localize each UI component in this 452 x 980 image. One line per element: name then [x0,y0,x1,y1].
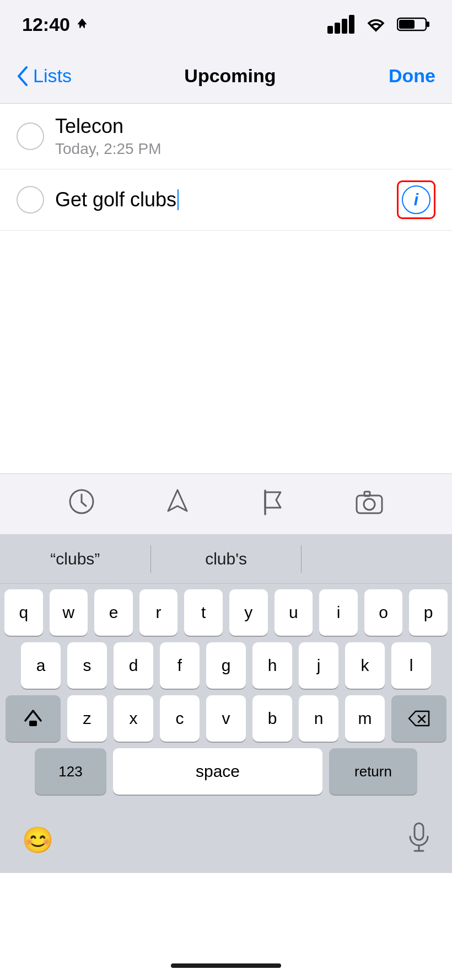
bottom-bar: 😊 [0,807,452,873]
key-y[interactable]: y [229,589,268,636]
home-indicator-container [171,963,281,968]
autocomplete-bar: “clubs” club's [0,534,452,584]
key-h[interactable]: h [252,642,292,689]
info-icon: i [402,185,431,214]
flag-toolbar-button[interactable] [260,488,285,521]
key-v[interactable]: v [206,695,246,742]
key-e[interactable]: e [94,589,133,636]
todo-title: Telecon [55,115,435,138]
autocomplete-option-3[interactable] [302,534,452,583]
key-i[interactable]: i [319,589,358,636]
key-a[interactable]: a [21,642,61,689]
svg-rect-17 [415,823,423,840]
active-todo-input[interactable]: Get golf clubs [55,188,397,211]
clock-toolbar-button[interactable] [68,488,95,521]
svg-rect-2 [342,19,347,34]
keyboard: q w e r t y u i o p a s d f g h j k l z … [0,584,452,807]
key-return[interactable]: return [329,748,417,795]
camera-toolbar-button[interactable] [354,488,384,521]
content-area: Telecon Today, 2:25 PM Get golf clubs i [0,104,452,473]
key-f[interactable]: f [160,642,200,689]
svg-rect-14 [29,721,37,726]
key-x[interactable]: x [114,695,153,742]
status-bar: 12:40 [0,0,452,49]
svg-rect-1 [335,23,340,34]
svg-rect-0 [327,26,333,34]
back-label: Lists [33,65,72,87]
home-indicator [171,963,281,968]
key-g[interactable]: g [206,642,246,689]
key-l[interactable]: l [391,642,431,689]
done-button[interactable]: Done [389,65,435,87]
list-item: Telecon Today, 2:25 PM [0,104,452,169]
svg-rect-6 [399,20,415,29]
todo-checkbox[interactable] [17,122,44,150]
empty-content-area [0,231,452,473]
page-title: Upcoming [184,65,276,87]
wifi-icon [364,15,388,34]
key-s[interactable]: s [67,642,107,689]
key-123[interactable]: 123 [35,748,106,795]
key-z[interactable]: z [67,695,107,742]
nav-bar: Lists Upcoming Done [0,49,452,104]
svg-point-12 [364,499,375,510]
key-t[interactable]: t [184,589,223,636]
keyboard-row-2: a s d f g h j k l [4,642,448,689]
key-q[interactable]: q [4,589,43,636]
emoji-button[interactable]: 😊 [22,825,53,855]
key-u[interactable]: u [275,589,313,636]
active-todo-checkbox[interactable] [17,186,44,214]
info-button[interactable]: i [397,180,435,219]
key-space[interactable]: space [113,748,322,795]
active-todo-text: Get golf clubs [55,188,176,211]
key-w[interactable]: w [50,589,88,636]
svg-rect-5 [427,22,429,27]
text-cursor [177,189,179,210]
battery-icon [397,16,430,33]
keyboard-toolbar [0,473,452,534]
key-o[interactable]: o [364,589,403,636]
key-r[interactable]: r [139,589,178,636]
key-m[interactable]: m [345,695,385,742]
key-delete[interactable] [391,695,446,742]
chevron-left-icon [17,66,29,86]
key-b[interactable]: b [252,695,292,742]
back-button[interactable]: Lists [17,65,72,87]
todo-subtitle: Today, 2:25 PM [55,140,435,158]
status-time: 12:40 [22,14,89,35]
status-icons [327,15,430,34]
keyboard-row-3: z x c v b n m [4,695,448,742]
autocomplete-option-1[interactable]: “clubs” [0,534,150,583]
key-j[interactable]: j [299,642,338,689]
svg-rect-13 [364,492,370,496]
keyboard-row-1: q w e r t y u i o p [4,589,448,636]
location-toolbar-button[interactable] [165,488,190,521]
keyboard-row-4: 123 space return [4,748,448,795]
key-c[interactable]: c [160,695,200,742]
svg-line-9 [82,502,86,506]
location-icon [76,18,89,31]
key-shift[interactable] [6,695,61,742]
time-text: 12:40 [22,14,70,35]
active-todo-row: Get golf clubs i [0,169,452,231]
key-p[interactable]: p [409,589,448,636]
mic-button[interactable] [408,822,430,858]
signal-icon [327,15,355,34]
key-n[interactable]: n [299,695,338,742]
svg-rect-3 [349,15,354,34]
key-d[interactable]: d [114,642,153,689]
todo-text-block: Telecon Today, 2:25 PM [55,115,435,158]
key-k[interactable]: k [345,642,385,689]
autocomplete-option-2[interactable]: club's [151,534,302,583]
